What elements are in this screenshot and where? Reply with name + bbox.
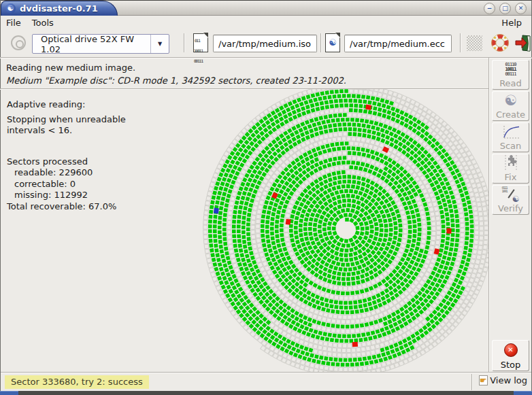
info-stopping-line2: intervals < 16. — [7, 125, 190, 137]
info-missing: missing: 112992 — [7, 190, 190, 201]
scan-curve-icon — [493, 123, 529, 141]
drive-selector-arrow[interactable]: ▼ — [150, 35, 169, 53]
window-bottom-border — [0, 391, 532, 395]
scan-button: Scan — [492, 122, 529, 152]
toolbar-separator — [320, 33, 322, 52]
app-logo-icon: ☯ — [5, 3, 16, 14]
menu-file[interactable]: File — [1, 17, 27, 29]
resize-corner-left[interactable] — [0, 391, 18, 395]
titlebar[interactable]: ☯ dvdisaster-0.71 − □ ✕ — [1, 1, 531, 16]
info-readable: readable: 229600 — [7, 167, 190, 179]
ecc-path-input[interactable] — [344, 35, 452, 52]
stop-label: Stop — [501, 360, 521, 370]
iso-path-input[interactable] — [213, 35, 317, 52]
info-sectors-header: Sectors processed — [7, 156, 190, 168]
view-log-label: View log — [490, 375, 527, 385]
app-window: ☯ dvdisaster-0.71 − □ ✕ File Tools Help … — [0, 0, 532, 395]
info-title: Adaptive reading: — [7, 99, 190, 111]
drive-selector[interactable]: Optical drive 52X FW 1.02 ▼ — [32, 34, 169, 54]
iso-file-icon: 0111001100111 — [193, 33, 208, 52]
verify-label: Verify — [498, 203, 523, 213]
stop-button[interactable]: ✕ Stop — [492, 340, 529, 371]
pointing-hand-icon: ☛ — [480, 377, 486, 384]
title-tab: ☯ dvdisaster-0.71 — [1, 1, 118, 16]
verify-button: 01111001 ☯ Verify — [492, 185, 529, 215]
scan-label: Scan — [500, 141, 522, 151]
menu-help[interactable]: Help — [496, 17, 527, 29]
fix-label: Fix — [505, 172, 517, 182]
create-label: Create — [496, 109, 525, 120]
help-button[interactable] — [491, 34, 509, 52]
read-button: 011101001100111 Read — [492, 60, 529, 90]
verify-icon: 01111001 ☯ — [493, 186, 529, 203]
create-yinyang-icon: ☯ — [493, 92, 529, 109]
window-controls: − □ ✕ — [484, 3, 527, 14]
chevron-down-icon: ▼ — [158, 41, 162, 47]
drive-selector-value: Optical drive 52X FW 1.02 — [33, 34, 150, 54]
statusbar: Sector 333680, try 2: success ☛ View log — [1, 372, 531, 391]
window-title: dvdisaster-0.71 — [20, 3, 98, 14]
action-sidebar: 011101001100111 Read ☯ Create Scan — [488, 58, 531, 372]
status-message: Sector 333680, try 2: success — [5, 375, 149, 389]
header-line1: Reading new medium image. — [6, 61, 488, 74]
info-stopping-line1: Stopping when unreadable — [7, 114, 190, 126]
toolbar-separator — [184, 33, 185, 52]
preferences-button-disabled — [467, 35, 482, 51]
lifebuoy-icon — [491, 34, 509, 52]
stop-icon: ✕ — [493, 341, 529, 360]
page-fold — [203, 33, 208, 38]
quit-button[interactable] — [514, 34, 532, 52]
minimize-button[interactable]: − — [484, 3, 495, 14]
ecc-file-icon: ☯ — [325, 33, 340, 52]
menubar: File Tools Help — [1, 16, 531, 29]
optical-disc-icon — [11, 35, 26, 50]
verify-yinyang: ☯ — [512, 194, 520, 204]
resize-corner-right[interactable] — [514, 391, 532, 395]
menu-tools[interactable]: Tools — [27, 17, 59, 29]
fix-puzzle-icon — [493, 154, 529, 172]
exit-door-icon — [514, 34, 531, 52]
read-label: Read — [499, 78, 522, 88]
page-fold — [335, 33, 340, 38]
info-correctable: correctable: 0 — [7, 179, 190, 190]
toolbar-separator — [460, 33, 461, 52]
reading-info-panel: Adaptive reading: Stopping when unreadab… — [7, 99, 190, 212]
close-button[interactable]: ✕ — [515, 3, 527, 14]
view-log-button[interactable]: ☛ View log — [479, 375, 527, 385]
create-button: ☯ Create — [492, 91, 529, 121]
maximize-button[interactable]: □ — [499, 3, 511, 14]
status-header: Reading new medium image. Medium "Exampl… — [1, 58, 488, 88]
statusbar-separator — [471, 374, 473, 390]
sector-spiral-visualization — [197, 89, 488, 372]
header-line2: Medium "Example disc": CD-R mode 1, 3425… — [6, 74, 488, 87]
fix-button: Fix — [492, 154, 529, 184]
read-icon: 011101001100111 — [493, 61, 529, 78]
log-document-icon: ☛ — [479, 375, 488, 385]
toolbar: Optical drive 52X FW 1.02 ▼ 011100110011… — [1, 29, 531, 57]
info-total-recoverable: Total recoverable: 67.0% — [7, 201, 190, 213]
